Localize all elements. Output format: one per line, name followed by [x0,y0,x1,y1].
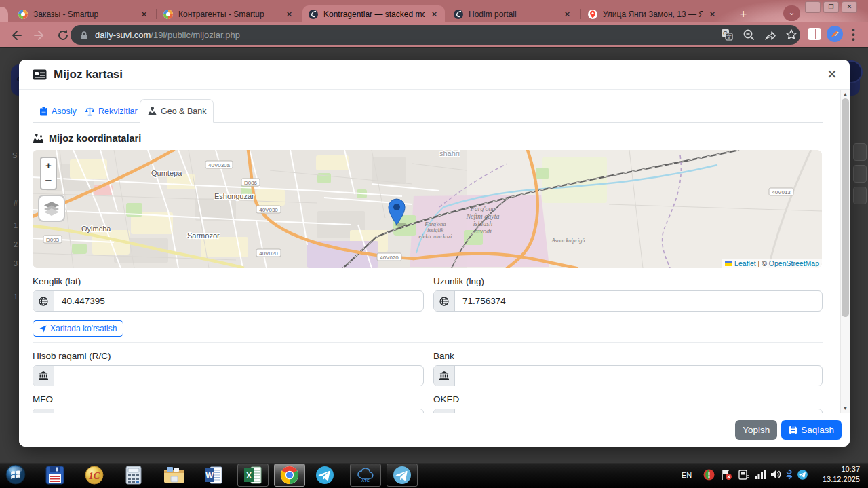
calculator-app-icon[interactable] [123,465,144,485]
svg-text:40V020: 40V020 [380,255,399,261]
lng-input[interactable]: 71.756374 [455,291,822,311]
show-on-map-label: Xaritada ko'rsatish [50,324,117,333]
ghost-text: # [14,199,18,207]
saqlash-button[interactable]: Saqlash [781,420,842,440]
browser-menu-icon[interactable]: ••• [852,27,854,42]
zoom-out-button[interactable]: − [41,174,56,189]
new-tab-button[interactable]: + [736,7,751,22]
oked-label: OKED [433,394,823,405]
translate-icon[interactable]: G文 [720,28,734,41]
taskbar-clock[interactable]: 10:37 13.12.2025 [818,464,860,485]
account-label: Hisob raqami (R/C) [33,351,424,361]
1c-app-icon[interactable]: 1С [84,465,104,485]
leaflet-map[interactable]: 40V030a D086 40V030 D093 40V020 40V020 4… [33,150,822,268]
tab-label: Rekvizitlar [98,107,138,116]
scroll-down-arrow[interactable]: ▼ [841,404,850,413]
svg-text:Neftni qayta: Neftni qayta [465,212,499,220]
browser-tab-4[interactable]: Hodim portali ✕ [448,5,578,22]
osm-link[interactable]: OpenStreetMap [769,259,819,267]
reload-button[interactable] [56,28,71,43]
tab-search-chevron[interactable]: ⌄ [783,5,800,21]
share-icon[interactable] [764,28,777,41]
tab-close-icon[interactable]: ✕ [562,10,572,19]
device-tray-icon[interactable] [738,469,750,481]
show-on-map-button[interactable]: Xaritada ko'rsatish [33,320,123,337]
lat-input[interactable]: 40.447395 [54,291,423,311]
svg-text:文: 文 [726,34,732,40]
telegram-app-icon[interactable] [315,465,335,485]
lat-input-group: 40.447395 [33,290,424,312]
tab-close-icon[interactable]: ✕ [139,10,149,19]
map-pin-icon [147,107,157,116]
browser-tab-1[interactable]: Заказы - Smartup ✕ [12,5,155,22]
window-minimize-button[interactable]: — [805,1,821,13]
modal-tabs: Asosiy Rekvizitlar Geo & Bank [33,99,823,123]
cloud-atc-icon[interactable]: ATC [355,465,376,485]
ghost-text: 3 [14,259,18,267]
tab-rekvizitlar[interactable]: Rekvizitlar [78,99,144,123]
antivirus-tray-icon[interactable] [703,469,715,481]
bookmark-star-icon[interactable] [785,28,798,41]
tab-close-icon[interactable]: ✕ [429,10,439,19]
tray-language[interactable]: EN [682,462,692,488]
globe-icon [434,291,455,311]
zoom-in-button[interactable]: + [41,158,56,174]
url-path: /19l/public/mijozlar.php [151,30,240,40]
tab-geo-bank[interactable]: Geo & Bank [140,99,214,123]
leaflet-link[interactable]: Leaflet [734,259,756,267]
tabstrip-left-edge [0,7,8,22]
globe-favicon [308,9,319,20]
tab-title: Улица Янги Замон, 13 — Янде [603,10,703,19]
location-arrow-icon [39,325,47,333]
floppy-app-icon[interactable] [45,465,65,485]
zoom-icon[interactable] [742,28,755,41]
side-panel-icon[interactable] [808,28,821,40]
tab-asosiy[interactable]: Asosiy [33,99,83,123]
forward-button[interactable] [33,28,47,43]
start-button[interactable] [5,464,26,485]
svg-text:1С: 1С [89,471,100,481]
profile-avatar[interactable] [827,26,843,42]
svg-text:40V030a: 40V030a [208,162,231,168]
back-button[interactable] [8,28,23,43]
address-bar[interactable]: daily-suvi.com/19l/public/mijozlar.php [71,25,800,45]
file-explorer-icon[interactable] [163,465,186,485]
lng-input-group: 71.756374 [433,290,823,312]
modal-scrollbar[interactable]: ▲ ▼ [840,90,850,413]
chrome-app-icon[interactable] [279,465,300,485]
tab-close-icon[interactable]: ✕ [707,10,717,19]
network-signal-icon[interactable] [754,470,766,480]
bluetooth-icon[interactable] [785,469,793,480]
svg-text:Qumtepa: Qumtepa [151,169,182,177]
browser-tab-2[interactable]: Контрагенты - Smartup ✕ [157,5,300,22]
telegram-tray-icon[interactable] [797,469,808,481]
tab-close-icon[interactable]: ✕ [284,10,294,19]
browser-tab-5[interactable]: Улица Янги Замон, 13 — Янде ✕ [582,5,723,22]
excel-app-icon[interactable]: X [243,465,263,485]
action-center-flag-icon[interactable] [720,469,732,481]
word-app-icon[interactable]: W [203,465,224,485]
layers-icon [43,201,60,216]
bank-input[interactable] [455,366,822,386]
tab-separator [156,9,157,19]
browser-tab-3-active[interactable]: Kontragentlar — stacked moda ✕ [302,5,445,22]
svg-text:W: W [205,471,214,481]
volume-icon[interactable] [770,469,783,480]
window-close-button[interactable]: ✕ [842,1,857,13]
window-restore-button[interactable]: ❐ [823,1,839,13]
ghost-text: S [12,151,17,159]
modal-close-icon[interactable]: ✕ [825,68,839,81]
scroll-up-arrow[interactable]: ▲ [841,90,850,98]
account-input[interactable] [54,366,423,386]
telegram-desktop-icon[interactable] [392,465,412,485]
account-input-group [33,365,424,386]
map-layers-control[interactable] [38,195,65,222]
scrollbar-thumb[interactable] [842,98,849,317]
tab-label: Geo & Bank [161,107,206,116]
scales-icon [85,107,95,116]
page-backdrop: ‹ S # 1 2 3 1 Mijoz kartasi ✕ Asosiy [0,48,868,462]
yopish-button[interactable]: Yopish [735,420,777,440]
lng-label: Uzunlik (lng) [433,276,823,286]
ukraine-flag-icon [725,261,732,266]
tab-title: Kontragentlar — stacked moda [323,10,425,19]
